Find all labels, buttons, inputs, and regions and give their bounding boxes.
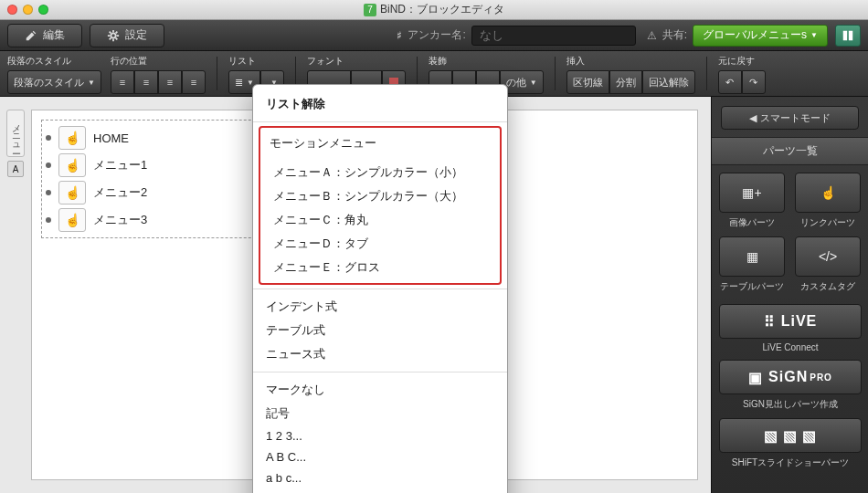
align-justify-button[interactable]: ≡ xyxy=(182,70,206,94)
list-group-label: リスト xyxy=(228,55,284,68)
app-badge: 7 xyxy=(364,4,376,16)
dropdown-item-abc-upper[interactable]: A B C... xyxy=(253,446,507,467)
dropdown-item-table[interactable]: テーブル式 xyxy=(253,319,507,342)
anchor-name-group: ♯ アンカー名: xyxy=(397,26,635,46)
anchor-name-input[interactable] xyxy=(471,26,636,46)
part-custom-tag[interactable]: </> カスタムタグ xyxy=(795,236,861,293)
menu-item-label: メニュー1 xyxy=(93,157,147,173)
dropdown-item-roman-upper[interactable]: I II III... xyxy=(253,488,507,493)
canvas-side-tabs: メニュー A xyxy=(5,110,26,480)
side-tab-badge[interactable]: A xyxy=(7,161,24,177)
part-table[interactable]: ▦ テーブルパーツ xyxy=(719,236,785,293)
bullet-icon xyxy=(46,217,51,223)
smart-mode-button[interactable]: ◀ スマートモード xyxy=(721,106,859,130)
smart-mode-label: スマートモード xyxy=(760,111,831,125)
align-right-button[interactable]: ≡ xyxy=(158,70,182,94)
edit-mode-button[interactable]: 編集 xyxy=(7,24,82,47)
svg-rect-1 xyxy=(843,30,847,40)
undo-button[interactable]: ↶ xyxy=(718,70,742,94)
part-image[interactable]: ▦+ 画像パーツ xyxy=(719,173,785,229)
part-live-connect[interactable]: ⠿LiVE LiVE Connect xyxy=(719,304,862,352)
part-label: SHiFTスライドショーパーツ xyxy=(732,456,849,469)
dropdown-mark-section: マークなし 記号 1 2 3... A B C... a b c... I II… xyxy=(253,376,507,493)
chevron-down-icon: ▼ xyxy=(88,79,95,87)
side-tab-menu[interactable]: メニュー xyxy=(6,110,25,157)
library-button[interactable] xyxy=(835,25,861,47)
part-sign-pro[interactable]: ▣SiGNPRO SiGN見出しパーツ作成 xyxy=(719,360,862,411)
dropdown-item-nomark[interactable]: マークなし xyxy=(253,378,507,402)
insert-clearwrap-label: 回込解除 xyxy=(649,76,689,89)
insert-split-button[interactable]: 分割 xyxy=(609,70,642,94)
part-shift-slideshow[interactable]: ▧ ▧ ▧ SHiFTスライドショーパーツ xyxy=(719,418,862,469)
list-style-dropdown[interactable]: リスト解除 モーションメニュー メニューＡ：シンプルカラー（小） メニューＢ：シ… xyxy=(252,84,508,493)
dropdown-item-menu-b[interactable]: メニューＢ：シンプルカラー（大） xyxy=(260,184,500,208)
parts-panel: ◀ スマートモード パーツ一覧 ▦+ 画像パーツ ☝ リンクパーツ ▦ テーブル… xyxy=(711,97,868,493)
bullet-icon xyxy=(46,190,51,195)
dropdown-item-abc-lower[interactable]: a b c... xyxy=(253,467,507,488)
undo-group-label: 元に戻す xyxy=(718,55,766,68)
insert-split-label: 分割 xyxy=(616,76,636,89)
dropdown-item-123[interactable]: 1 2 3... xyxy=(253,425,507,446)
bullet-icon xyxy=(46,163,51,168)
part-label: カスタムタグ xyxy=(800,280,855,293)
paragraph-style-value: 段落のスタイル xyxy=(14,76,84,89)
parts-grid: ▦+ 画像パーツ ☝ リンクパーツ ▦ テーブルパーツ </> カスタムタグ xyxy=(712,165,868,300)
menu-item[interactable]: ☝ メニュー2 xyxy=(46,179,274,206)
part-label: SiGN見出しパーツ作成 xyxy=(743,398,838,411)
dropdown-item-menu-c[interactable]: メニューＣ：角丸 xyxy=(260,208,500,232)
menu-item-label: メニュー2 xyxy=(93,184,147,201)
chevron-down-icon: ▼ xyxy=(810,31,818,39)
menu-block[interactable]: ☝ HOME ☝ メニュー1 ☝ メニュー2 ☝ メニュー3 xyxy=(41,120,279,238)
part-link[interactable]: ☝ リンクパーツ xyxy=(795,173,861,229)
dropdown-item-symbol[interactable]: 記号 xyxy=(253,402,507,425)
dropdown-header[interactable]: リスト解除 xyxy=(253,90,507,118)
paragraph-style-select[interactable]: 段落のスタイル▼ xyxy=(7,70,101,94)
paragraph-style-group-label: 段落のスタイル xyxy=(7,55,101,68)
redo-button[interactable]: ↷ xyxy=(742,70,766,94)
part-label: リンクパーツ xyxy=(800,216,855,229)
part-label: テーブルパーツ xyxy=(720,280,784,293)
menu-item[interactable]: ☝ メニュー1 xyxy=(46,152,274,179)
edit-mode-label: 編集 xyxy=(43,27,65,43)
insert-separator-label: 区切線 xyxy=(573,76,603,89)
share-menu-label: グローバルメニューs xyxy=(703,27,807,43)
insert-group: 挿入 区切線 分割 回込解除 xyxy=(566,55,695,92)
book-icon xyxy=(842,29,854,42)
dropdown-item-menu-e[interactable]: メニューＥ：グロス xyxy=(260,256,500,279)
pointer-icon: ☝ xyxy=(820,185,836,200)
code-icon: </> xyxy=(819,249,837,264)
deco-more-label: の他 xyxy=(506,76,526,89)
dropdown-style-section: インデント式 テーブル式 ニュース式 xyxy=(253,293,507,368)
undo-icon: ↶ xyxy=(725,77,734,89)
menu-item-label: HOME xyxy=(93,131,129,145)
dropdown-item-indent[interactable]: インデント式 xyxy=(253,295,507,319)
redo-icon: ↷ xyxy=(749,77,757,89)
dropdown-item-news[interactable]: ニュース式 xyxy=(253,342,507,366)
dropdown-item-menu-d[interactable]: メニューＤ：タブ xyxy=(260,232,500,256)
menu-item[interactable]: ☝ メニュー3 xyxy=(46,206,274,234)
shift-logo-icon: ▧ ▧ ▧ xyxy=(764,427,818,445)
pointer-hand-icon: ☝ xyxy=(58,153,86,177)
line-position-group: 行の位置 ≡ ≡ ≡ ≡ xyxy=(111,55,206,92)
share-icon: ⚠ xyxy=(647,29,657,42)
align-left-icon: ≡ xyxy=(120,77,125,88)
line-position-label: 行の位置 xyxy=(111,55,206,68)
share-menu-button[interactable]: グローバルメニューs ▼ xyxy=(693,25,828,47)
sign-suffix: PRO xyxy=(810,372,832,383)
menu-item[interactable]: ☝ HOME xyxy=(46,124,274,152)
window-titlebar: 7BiND：ブロックエディタ xyxy=(0,0,868,20)
anchor-label: アンカー名: xyxy=(408,27,465,43)
align-left-button[interactable]: ≡ xyxy=(111,70,134,94)
dropdown-item-menu-a[interactable]: メニューＡ：シンプルカラー（小） xyxy=(260,161,500,184)
sign-title: SiGN xyxy=(768,369,808,385)
insert-clearwrap-button[interactable]: 回込解除 xyxy=(642,70,695,94)
pointer-hand-icon: ☝ xyxy=(58,208,86,232)
pointer-hand-icon: ☝ xyxy=(58,126,86,150)
align-center-button[interactable]: ≡ xyxy=(134,70,158,94)
dropdown-motion-title[interactable]: モーションメニュー xyxy=(260,131,500,155)
live-title: LiVE xyxy=(781,313,818,330)
insert-separator-button[interactable]: 区切線 xyxy=(566,70,609,94)
pointer-hand-icon: ☝ xyxy=(58,181,86,205)
settings-button[interactable]: 設定 xyxy=(90,24,164,47)
undo-group: 元に戻す ↶ ↷ xyxy=(718,55,766,92)
